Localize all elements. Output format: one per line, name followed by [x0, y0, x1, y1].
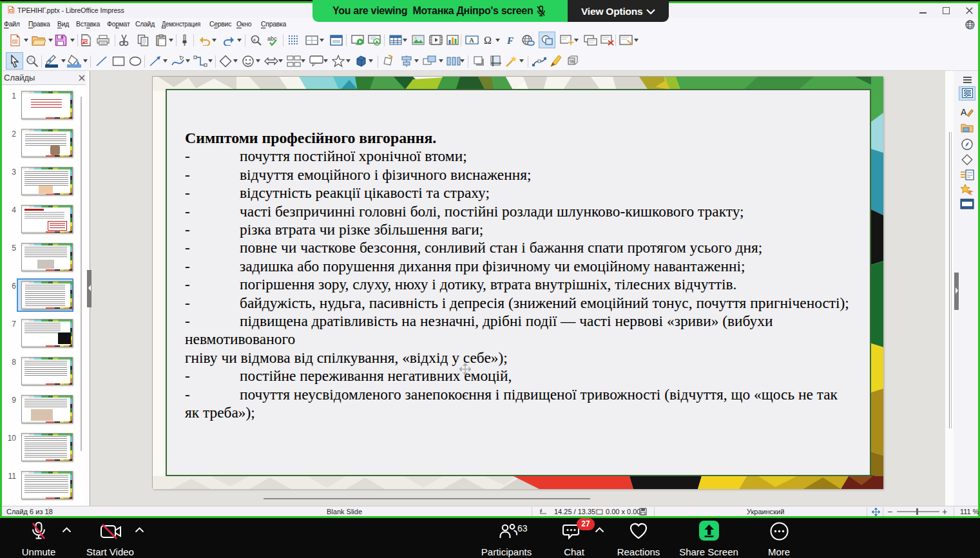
svg-text:PDF: PDF [82, 39, 90, 44]
svg-text:A: A [469, 36, 474, 44]
svg-text:Ω: Ω [484, 35, 492, 46]
svg-text:%: % [570, 59, 574, 64]
svg-text:A: A [961, 107, 967, 117]
svg-text:a: a [253, 37, 256, 43]
svg-text:F: F [506, 35, 514, 46]
